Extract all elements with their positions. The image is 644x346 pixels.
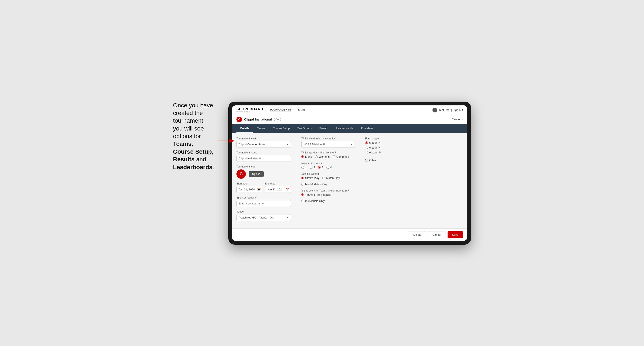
tournament-host-select[interactable]: Clippd College - Men	[236, 141, 291, 148]
upload-button[interactable]: Upload	[249, 171, 264, 177]
gender-label: Which gender is the event for?	[301, 151, 355, 154]
tournament-host-group: Tournament Host Clippd College - Men	[236, 137, 291, 148]
tab-leaderboards[interactable]: Leaderboards	[332, 124, 357, 133]
tab-details[interactable]: Details	[236, 124, 253, 133]
format-type-label: Format type	[365, 137, 463, 140]
format-other-radio[interactable]	[365, 159, 368, 162]
sponsor-group: Sponsor (optional)	[236, 196, 291, 207]
rounds-radio-row: 1 2 3 4	[301, 166, 355, 169]
gender-womens-label[interactable]: Womens	[315, 155, 330, 158]
col-middle: Which division is the event for? NCAA Di…	[296, 137, 360, 224]
rounds-2-radio[interactable]	[310, 166, 312, 169]
division-select[interactable]: NCAA Division III	[301, 141, 355, 148]
tournament-logo-group: Tournament logo C Upload	[236, 165, 291, 179]
save-button[interactable]: Save	[448, 231, 463, 238]
teams-plus-label[interactable]: Teams (+Individuals)	[301, 193, 331, 196]
scoring-medal-label[interactable]: Medal Match Play	[301, 182, 327, 186]
nav-links: TOURNAMENTS TEAMS	[270, 108, 426, 112]
tablet-frame: SCOREBOARD Powered by clippd TOURNAMENTS…	[228, 102, 471, 245]
format-5count4-radio[interactable]	[365, 141, 368, 144]
scoring-match-radio[interactable]	[322, 176, 325, 179]
division-label: Which division is the event for?	[301, 137, 355, 140]
teams-individuals-radio-row: Teams (+Individuals) Individuals Only	[301, 193, 355, 202]
gender-mens-radio[interactable]	[301, 155, 304, 158]
footer-bar: Delete Cancel Save	[232, 228, 467, 241]
rounds-4-label[interactable]: 4	[326, 166, 332, 169]
gender-combined-radio[interactable]	[333, 155, 336, 158]
tab-bar: Details Teams Course Setup Tee Groups Re…	[232, 124, 467, 133]
tournament-logo-small: C	[236, 117, 242, 122]
cancel-button[interactable]: Cancel	[428, 231, 446, 238]
format-6count5-label[interactable]: 6 count 5	[365, 151, 463, 154]
rounds-3-label[interactable]: 3	[318, 166, 323, 169]
format-6count4-radio[interactable]	[365, 146, 368, 149]
rounds-2-label[interactable]: 2	[310, 166, 315, 169]
tournament-name-label: Tournament name	[236, 151, 291, 154]
logo-upload-area: C Upload	[236, 170, 291, 179]
end-date-group: End date 📅	[265, 182, 291, 193]
sponsor-input[interactable]	[236, 200, 291, 207]
user-area: Test User | Sign out	[432, 108, 463, 112]
logo-circle: C	[236, 170, 246, 179]
logo-area: SCOREBOARD Powered by clippd	[236, 108, 263, 113]
scoring-stroke-radio[interactable]	[301, 176, 304, 179]
tournament-title-row: C Clippd Invitational (Men)	[236, 117, 281, 122]
gender-radio-row: Mens Womens Combined	[301, 155, 355, 158]
format-type-group: Format type 5 count 4 6 count 4 6 count …	[365, 137, 463, 162]
tournament-name: Clippd Invitational	[244, 118, 272, 121]
tab-results[interactable]: Results	[316, 124, 332, 133]
user-label[interactable]: Test User | Sign out	[439, 108, 463, 112]
cancel-top-button[interactable]: Cancel ×	[452, 118, 463, 121]
tournament-host-label: Tournament Host	[236, 137, 291, 140]
venue-select[interactable]: Peachtree GC - Atlanta - GA	[236, 214, 291, 221]
venue-label: Venue	[236, 210, 291, 213]
rounds-3-radio[interactable]	[318, 166, 321, 169]
tournament-name-input[interactable]	[236, 155, 291, 162]
format-other-divider: Other	[365, 157, 463, 162]
tab-tee-groups[interactable]: Tee Groups	[294, 124, 316, 133]
teams-individuals-group: Is this event for Teams and/or Individua…	[301, 189, 355, 202]
rounds-1-label[interactable]: 1	[301, 166, 307, 169]
gender-womens-radio[interactable]	[315, 155, 318, 158]
scoring-radio-row: Stroke Play Match Play Medal Match Play	[301, 176, 355, 186]
gender-group: Which gender is the event for? Mens Wome…	[301, 151, 355, 158]
tab-teams[interactable]: Teams	[253, 124, 269, 133]
arrow-icon	[218, 136, 239, 146]
scoring-medal-radio[interactable]	[301, 183, 304, 185]
individuals-only-label[interactable]: Individuals Only	[301, 199, 325, 202]
teams-individuals-label: Is this event for Teams and/or Individua…	[301, 189, 355, 192]
logo-sub: Powered by clippd	[236, 111, 263, 113]
start-date-group: Start date 📅	[236, 182, 262, 193]
logo-text: SCOREBOARD	[236, 108, 263, 111]
rounds-4-radio[interactable]	[326, 166, 329, 169]
scoring-match-label[interactable]: Match Play	[322, 176, 340, 179]
teams-plus-radio[interactable]	[301, 193, 304, 196]
scoring-group: Scoring system Stroke Play Match Play Me…	[301, 172, 355, 186]
sponsor-label: Sponsor (optional)	[236, 196, 291, 199]
end-date-label: End date	[265, 182, 291, 185]
format-other-label[interactable]: Other	[365, 159, 463, 162]
page-wrapper: Once you have created the tournament, yo…	[173, 102, 471, 245]
delete-button[interactable]: Delete	[409, 231, 426, 238]
tournament-logo-label: Tournament logo	[236, 165, 291, 168]
gender-combined-label[interactable]: Combined	[333, 155, 349, 158]
col-right: Format type 5 count 4 6 count 4 6 count …	[360, 137, 463, 224]
tournament-gender: (Men)	[274, 118, 281, 121]
nav-tournaments[interactable]: TOURNAMENTS	[270, 108, 291, 112]
format-6count5-radio[interactable]	[365, 151, 368, 154]
start-date-input[interactable]	[236, 186, 262, 193]
user-avatar-icon	[432, 108, 437, 112]
scoring-stroke-label[interactable]: Stroke Play	[301, 176, 319, 179]
format-5count4-label[interactable]: 5 count 4	[365, 141, 463, 144]
tab-printables[interactable]: Printables	[357, 124, 377, 133]
tournament-header: C Clippd Invitational (Men) Cancel ×	[232, 115, 467, 124]
individuals-only-radio[interactable]	[301, 199, 304, 202]
tab-course-setup[interactable]: Course Setup	[269, 124, 294, 133]
scoring-label: Scoring system	[301, 172, 355, 175]
start-date-wrapper: 📅	[236, 186, 262, 193]
rounds-1-radio[interactable]	[301, 166, 304, 169]
nav-teams[interactable]: TEAMS	[296, 108, 306, 112]
end-date-input[interactable]	[265, 186, 291, 193]
format-6count4-label[interactable]: 6 count 4	[365, 146, 463, 149]
gender-mens-label[interactable]: Mens	[301, 155, 312, 158]
